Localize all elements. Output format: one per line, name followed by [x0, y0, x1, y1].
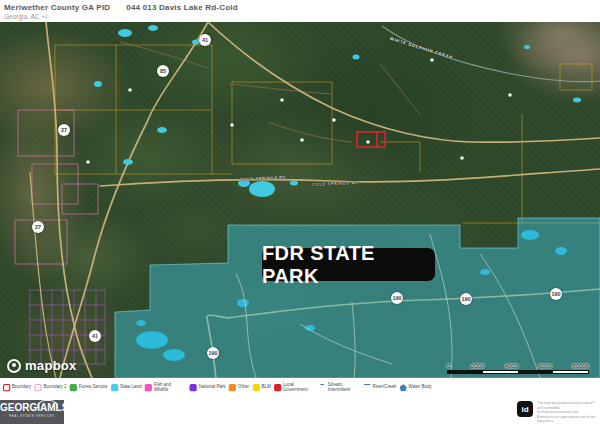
scale-bar: 0 2000 4000 6000 8000ft — [447, 363, 589, 374]
boundary-swatch — [3, 384, 10, 391]
scale-tick: 6000 — [538, 363, 551, 369]
disclaimer-text: This map was prepared using Land id™ and… — [537, 401, 600, 424]
local-government-swatch — [274, 384, 281, 391]
legend-label: Stream, Intermittent — [328, 383, 360, 393]
route-shield: 27 — [32, 221, 44, 233]
route-number: 85 — [160, 68, 166, 74]
route-shield: 85 — [157, 65, 169, 77]
route-number: 190 — [392, 295, 401, 301]
legend-item-boundary: Boundary — [3, 384, 31, 391]
route-shield: 41 — [199, 34, 211, 46]
map-subtitle: Georgia, AC +/- — [4, 13, 238, 20]
forest-service-swatch — [70, 384, 77, 391]
map-title-block: Meriwether County GA PID044 013 Davis La… — [4, 3, 238, 20]
route-shield: 190 — [207, 347, 219, 359]
georgia-mls-logo: GEORGIAMLS REAL ESTATE SERVICES — [0, 400, 64, 424]
legend-item-stream-intermittent: Stream, Intermittent — [319, 383, 360, 393]
poi-dots — [86, 58, 512, 164]
national-park-swatch — [190, 384, 197, 391]
map-canvas[interactable]: 41 85 27 27 41 190 190 190 190 WHITE SUL… — [0, 22, 600, 378]
route-number: 41 — [92, 333, 98, 339]
mapbox-icon — [7, 359, 21, 373]
county-pid-label: Meriwether County GA PID — [4, 3, 110, 12]
boundary1-swatch — [35, 384, 42, 391]
legend-row: Boundary Boundary 1 Forest Service State… — [3, 383, 417, 393]
dirt-roads — [120, 42, 420, 142]
disclaimer-line: This map was prepared using Land id™ and… — [537, 401, 600, 410]
route-number: 190 — [551, 291, 560, 297]
river-creek-swatch — [364, 384, 371, 391]
legend-label: Forest Service — [79, 385, 108, 390]
scale-ticks: 0 2000 4000 6000 8000ft — [447, 363, 589, 369]
stream-intermittent-swatch — [319, 384, 326, 391]
scale-tick: 0 — [447, 363, 450, 369]
legend-label: Boundary — [12, 385, 31, 390]
legend-label: National Park — [199, 385, 226, 390]
map-artwork — [0, 22, 600, 378]
legend-label: Fish and Wildlife — [154, 383, 186, 393]
legend-item-boundary1: Boundary 1 — [35, 384, 67, 391]
park-name-badge: FDR STATE PARK — [262, 248, 435, 281]
legend-item-river-creek: River/Creek — [364, 384, 397, 391]
legend-item-state-land: State Land — [111, 384, 142, 391]
legend-item-water-body: Water Body — [400, 384, 432, 391]
mapbox-logo[interactable]: mapbox — [7, 358, 77, 373]
route-number: 190 — [461, 296, 470, 302]
legend-item-local-government: Local Government — [274, 383, 315, 393]
legend-label: Boundary 1 — [43, 385, 66, 390]
route-shield: 27 — [58, 124, 70, 136]
blm-swatch — [252, 384, 259, 391]
map-title: Meriwether County GA PID044 013 Davis La… — [4, 3, 238, 12]
route-number: 27 — [61, 127, 67, 133]
page: Meriwether County GA PID044 013 Davis La… — [0, 0, 600, 424]
parcel-label: 044 013 Davis Lake Rd-Cold — [126, 3, 237, 12]
mapbox-wordmark: mapbox — [25, 358, 77, 373]
mls-arch-icon — [37, 400, 58, 408]
water-body-swatch — [400, 384, 407, 391]
route-shield: 41 — [89, 330, 101, 342]
survey-lines — [55, 45, 600, 223]
route-shield: 190 — [460, 293, 472, 305]
route-shield: 190 — [550, 288, 562, 300]
legend-item-national-park: National Park — [190, 384, 226, 391]
legend-label: Water Body — [409, 385, 432, 390]
route-shield: 190 — [391, 292, 403, 304]
land-id-logo[interactable]: id — [517, 401, 533, 417]
legend-label: Other — [238, 385, 249, 390]
other-swatch — [229, 384, 236, 391]
route-number: 41 — [202, 37, 208, 43]
white-sulphur-creek-line — [382, 26, 600, 82]
disclaimer-line: Boundaries are approximate and do not re… — [537, 414, 600, 423]
georgia-mls-wordmark: GEORGIAMLS — [0, 403, 64, 413]
legend-label: State Land — [120, 385, 142, 390]
scale-tick: 2000 — [471, 363, 484, 369]
scale-tick: 8000ft — [572, 363, 589, 369]
legend-label: BLM — [261, 385, 270, 390]
fish-wildlife-swatch — [145, 384, 152, 391]
scale-tick: 4000 — [505, 363, 518, 369]
legend-label: River/Creek — [373, 385, 397, 390]
legend-label: Local Government — [283, 383, 315, 393]
route-number: 190 — [208, 350, 217, 356]
legend-item-fish-wildlife: Fish and Wildlife — [145, 383, 186, 393]
route-number: 27 — [35, 224, 41, 230]
parcel-boundary — [357, 132, 385, 147]
georgia-mls-tagline: REAL ESTATE SERVICES — [0, 414, 64, 417]
land-id-attribution: id This map was prepared using Land id™ … — [517, 401, 600, 424]
legend-item-forest-service: Forest Service — [70, 384, 108, 391]
scale-bar-segments — [447, 370, 589, 374]
legend-item-blm: BLM — [252, 384, 270, 391]
state-land-swatch — [111, 384, 118, 391]
legend: Boundary Boundary 1 Forest Service State… — [3, 379, 600, 396]
legend-item-other: Other — [229, 384, 249, 391]
